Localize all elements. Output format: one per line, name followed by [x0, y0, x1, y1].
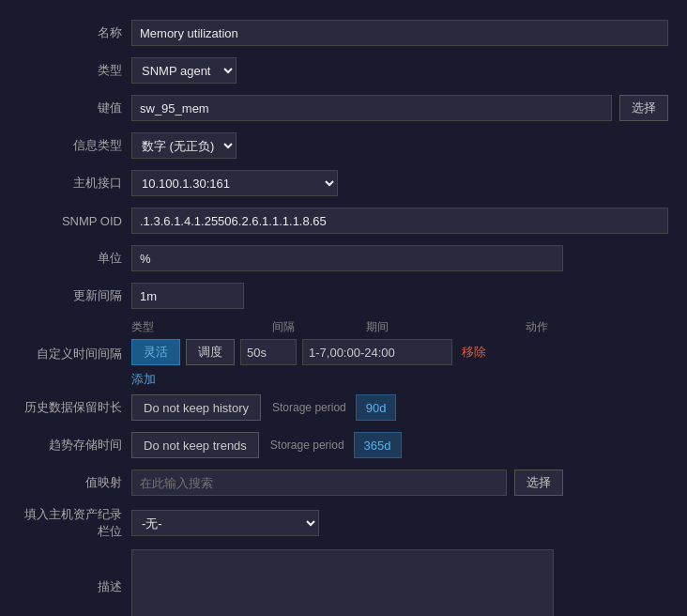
info-type-content: 数字 (无正负) 数字 (有正负) 字符 日志 文本	[131, 132, 668, 159]
no-keep-trends-button[interactable]: Do not keep trends	[131, 432, 259, 458]
trend-content: Do not keep trends Storage period 365d	[131, 432, 668, 458]
snmp-oid-input[interactable]	[131, 208, 668, 234]
flexible-button[interactable]: 灵活	[131, 339, 180, 365]
trend-value-box: 365d	[354, 432, 402, 458]
remove-interval-button[interactable]: 移除	[458, 344, 490, 361]
host-interface-content: 10.100.1.30:161	[131, 170, 668, 196]
trend-storage-label: Storage period	[270, 439, 344, 452]
unit-content	[131, 245, 668, 271]
value-map-label: 值映射	[19, 474, 131, 491]
desc-textarea[interactable]	[131, 549, 554, 616]
snmp-oid-content	[131, 208, 668, 234]
no-keep-history-button[interactable]: Do not keep history	[131, 394, 261, 421]
value-map-row: 值映射 选择	[19, 469, 668, 497]
col-period-header: 期间	[366, 319, 507, 335]
col-action-header: 动作	[526, 319, 582, 335]
unit-input[interactable]	[131, 245, 563, 271]
history-content: Do not keep history Storage period 90d	[131, 394, 668, 421]
desc-row: 描述	[19, 549, 668, 616]
info-type-label: 信息类型	[19, 137, 131, 154]
schedule-button[interactable]: 调度	[186, 339, 235, 365]
key-row: 键值 选择	[19, 94, 668, 122]
name-input[interactable]	[131, 20, 668, 46]
update-interval-content	[131, 283, 668, 309]
asset-label: 填入主机资产纪录栏位	[19, 506, 131, 540]
asset-content: -无-	[131, 510, 668, 536]
custom-interval-content: 类型 间隔 期间 动作 灵活 调度 移除 添加	[131, 319, 668, 388]
type-label: 类型	[19, 62, 131, 79]
update-interval-row: 更新间隔	[19, 282, 668, 310]
custom-interval-header: 类型 间隔 期间 动作	[131, 319, 582, 335]
value-map-search-input[interactable]	[131, 470, 507, 496]
type-content: SNMP agent Zabbix agent IPMI agent Simpl…	[131, 57, 668, 84]
update-interval-label: 更新间隔	[19, 287, 131, 304]
interval-value-input[interactable]	[240, 339, 297, 365]
col-type-header: 类型	[131, 319, 253, 335]
key-content: 选择	[131, 95, 668, 121]
key-select-button[interactable]: 选择	[619, 95, 668, 121]
trend-label: 趋势存储时间	[19, 437, 131, 454]
name-row: 名称	[19, 19, 668, 47]
history-row: 历史数据保留时长 Do not keep history Storage per…	[19, 393, 668, 422]
type-select[interactable]: SNMP agent Zabbix agent IPMI agent Simpl…	[131, 57, 237, 84]
type-row: 类型 SNMP agent Zabbix agent IPMI agent Si…	[19, 56, 668, 85]
custom-interval-row-wrap: 自定义时间间隔 类型 间隔 期间 动作 灵活 调度 移除 添加	[19, 319, 668, 388]
info-type-select[interactable]: 数字 (无正负) 数字 (有正负) 字符 日志 文本	[131, 132, 237, 159]
desc-label: 描述	[19, 578, 131, 595]
custom-interval-label: 自定义时间间隔	[19, 346, 131, 362]
value-map-content: 选择	[131, 470, 668, 496]
form-container: 名称 类型 SNMP agent Zabbix agent IPMI agent…	[0, 9, 687, 616]
asset-row: 填入主机资产纪录栏位 -无-	[19, 506, 668, 540]
name-content	[131, 20, 668, 46]
host-interface-label: 主机接口	[19, 175, 131, 192]
custom-interval-data-row: 灵活 调度 移除	[131, 339, 490, 365]
key-label: 键值	[19, 100, 131, 116]
desc-content	[131, 549, 668, 616]
value-map-select-button[interactable]: 选择	[514, 470, 563, 496]
snmp-oid-label: SNMP OID	[19, 214, 131, 228]
add-interval-link[interactable]: 添加	[131, 371, 156, 388]
asset-select[interactable]: -无-	[131, 510, 319, 536]
info-type-row: 信息类型 数字 (无正负) 数字 (有正负) 字符 日志 文本	[19, 131, 668, 160]
history-label: 历史数据保留时长	[19, 399, 131, 416]
key-input[interactable]	[131, 95, 612, 121]
host-interface-row: 主机接口 10.100.1.30:161	[19, 169, 668, 197]
history-value-box: 90d	[356, 394, 397, 421]
name-label: 名称	[19, 24, 131, 41]
trend-row: 趋势存储时间 Do not keep trends Storage period…	[19, 431, 668, 459]
update-interval-input[interactable]	[131, 283, 244, 309]
unit-label: 单位	[19, 250, 131, 267]
snmp-oid-row: SNMP OID	[19, 207, 668, 235]
period-value-input[interactable]	[302, 339, 452, 365]
col-interval-header: 间隔	[272, 319, 347, 335]
history-storage-label: Storage period	[272, 401, 346, 414]
host-interface-select[interactable]: 10.100.1.30:161	[131, 170, 338, 196]
unit-row: 单位	[19, 244, 668, 272]
